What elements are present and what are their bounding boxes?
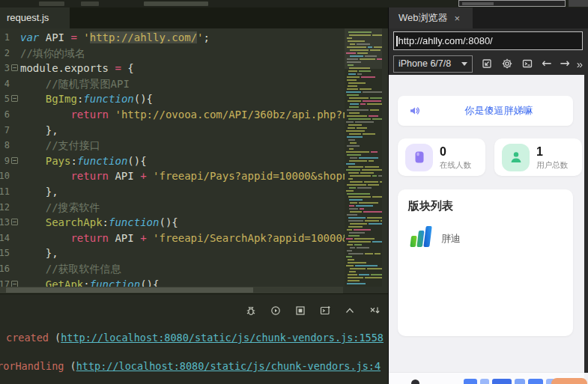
code-line: 7 }, xyxy=(0,123,388,138)
line-number: 4 xyxy=(0,76,10,92)
toolbar-item-cropped xyxy=(144,1,208,6)
console-link[interactable]: http://localhost:8080/static/js/chunk-ve… xyxy=(76,360,381,372)
code-line: 15 }, xyxy=(0,246,388,261)
code-text: Pays:function(){ xyxy=(20,153,388,169)
stats-row: 0在线人数 1用户总数 xyxy=(398,138,582,176)
stop-icon[interactable] xyxy=(294,305,306,320)
clear-console-icon[interactable] xyxy=(369,305,381,320)
line-number: 14 xyxy=(0,231,10,246)
phone-icon xyxy=(405,144,433,171)
pane-edge xyxy=(584,75,588,373)
horizontal-scrollbar[interactable] xyxy=(0,287,343,293)
line-number: 10 xyxy=(0,168,10,184)
stat-text: 1用户总数 xyxy=(536,145,568,169)
board-name: 胖迪 xyxy=(441,232,461,246)
line-number: 8 xyxy=(0,138,10,153)
devtools-console-icon[interactable] xyxy=(521,58,533,70)
tab-web-browser[interactable]: Web浏览器 × xyxy=(389,7,473,28)
code-line: 10 return API + 'freeapi/Pays?appid=1000… xyxy=(0,168,388,184)
cut-icon-dark xyxy=(411,380,419,384)
line-number: 2 xyxy=(0,46,10,61)
browser-pane: Web浏览器 × http://ahlly.com/:8080/ iPhone … xyxy=(388,7,588,384)
toolbar-search-box[interactable] xyxy=(458,0,566,7)
code-text: module.exports = { xyxy=(20,61,388,76)
minimap-viewport[interactable] xyxy=(345,28,382,69)
gear-icon[interactable] xyxy=(501,58,513,70)
device-select[interactable]: iPhone 6/7/8 xyxy=(393,55,473,73)
code-text: return API + 'freeapi/SearchApk?appid=10… xyxy=(20,231,388,246)
console-message: created xyxy=(6,332,49,344)
back-icon[interactable]: ← xyxy=(542,58,551,70)
code-line: 12 //搜索软件 xyxy=(0,200,388,216)
fold-icon[interactable]: − xyxy=(11,64,18,71)
forward-icon[interactable]: → xyxy=(560,58,569,70)
board-item[interactable]: 胖迪 xyxy=(408,225,563,252)
search-icon xyxy=(462,2,494,5)
code-text: return API + 'freeapi/Pays?appid=10000&s… xyxy=(20,168,388,184)
close-icon[interactable]: × xyxy=(455,13,461,24)
stat-text: 0在线人数 xyxy=(440,145,471,169)
fold-spacer xyxy=(10,200,20,216)
code-text: return 'http://ovooa.com/API/360bz/api.p… xyxy=(20,107,388,123)
toolbar-item-cropped xyxy=(81,1,99,6)
code-line: 11 }, xyxy=(0,184,388,200)
url-input[interactable]: http://ahlly.com/:8080/ xyxy=(393,31,583,50)
code-text: var API = 'http://ahlly.com/'; xyxy=(20,30,388,46)
stat-label: 在线人数 xyxy=(440,160,471,169)
line-number: 1 xyxy=(0,30,10,46)
toolbar-cropped xyxy=(0,0,588,7)
minimap[interactable] xyxy=(345,28,382,287)
notice-text: 你是傻逼胖娣嘛 xyxy=(420,104,573,118)
chevron-down-icon xyxy=(461,62,467,66)
console-link[interactable]: http://localhost:8080/static/js/chunk-ve… xyxy=(61,332,384,344)
console-line: created (http://localhost:8080/static/js… xyxy=(0,330,388,359)
code-text: //随机背景图API xyxy=(20,76,388,92)
section-title: 版块列表 xyxy=(408,199,563,213)
code-text: BgImg:function(){ xyxy=(20,91,388,107)
editor-pane: request.js 1var API = 'http://ahlly.com/… xyxy=(0,7,388,384)
collapse-panel-icon[interactable] xyxy=(344,305,356,320)
editor-tabbar: request.js xyxy=(0,7,388,28)
device-select-value: iPhone 6/7/8 xyxy=(398,58,461,69)
code-text: }, xyxy=(20,246,388,261)
scrollbar-thumb[interactable] xyxy=(6,287,253,293)
line-number: 15 xyxy=(0,246,10,261)
open-external-icon[interactable] xyxy=(481,58,493,70)
url-text: http://ahlly.com/:8080/ xyxy=(398,35,493,46)
speaker-icon xyxy=(408,105,420,117)
fold-icon[interactable]: − xyxy=(11,95,18,102)
code-line: 4 //随机背景图API xyxy=(0,76,388,92)
fold-spacer xyxy=(10,30,20,46)
fold-spacer xyxy=(10,184,20,200)
fold-spacer xyxy=(10,168,20,184)
fold-icon[interactable]: − xyxy=(11,219,18,225)
line-number: 12 xyxy=(0,200,10,216)
code-editor[interactable]: 1var API = 'http://ahlly.com/';2//填你的域名3… xyxy=(0,28,388,293)
restart-icon[interactable] xyxy=(270,305,282,320)
line-number: 16 xyxy=(0,261,10,277)
code-line: 1var API = 'http://ahlly.com/'; xyxy=(0,30,388,46)
toolbar-run-button[interactable] xyxy=(569,0,588,7)
code-line: 8 //支付接口 xyxy=(0,138,388,153)
fold-icon[interactable]: − xyxy=(11,157,18,164)
stat-label: 用户总数 xyxy=(536,160,568,169)
code-line: 3−module.exports = { xyxy=(0,61,388,76)
line-number: 6 xyxy=(0,107,10,123)
browser-controls: iPhone 6/7/8 ← → » xyxy=(389,52,588,75)
fold-spacer xyxy=(10,107,20,123)
person-icon xyxy=(502,144,530,171)
notice-banner[interactable]: 你是傻逼胖娣嘛 xyxy=(398,96,573,126)
fold-spacer xyxy=(10,46,20,61)
console-line: rorHandling (http://localhost:8080/stati… xyxy=(0,359,388,384)
tab-request-js[interactable]: request.js xyxy=(0,7,70,28)
line-number: 11 xyxy=(0,184,10,200)
board-list-card: 版块列表 xyxy=(398,189,573,336)
line-number: 13 xyxy=(0,215,10,231)
debug-bug-icon[interactable] xyxy=(245,305,257,320)
browser-tab-label: Web浏览器 xyxy=(398,11,448,25)
more-tools-icon[interactable]: » xyxy=(577,58,583,70)
open-terminal-icon[interactable] xyxy=(319,305,331,320)
code-line: 13− SearchApk:function(){ xyxy=(0,215,388,231)
browser-tabbar: Web浏览器 × xyxy=(389,7,588,28)
toolbar-item-cropped xyxy=(39,1,64,6)
